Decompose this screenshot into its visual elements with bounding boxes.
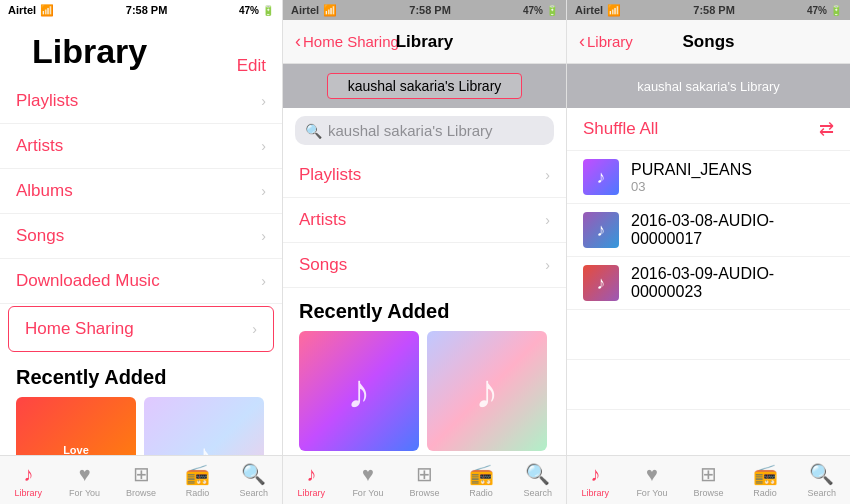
album-art-90s: ♪ bbox=[299, 331, 419, 451]
song-note-2: ♪ bbox=[597, 220, 606, 241]
library-nav-list: Playlists › Artists › Albums › Songs › D… bbox=[0, 79, 282, 455]
song-info-1: PURANI_JEANS 03 bbox=[631, 161, 834, 194]
search-placeholder-2: kaushal sakaria's Library bbox=[328, 122, 493, 139]
song-icon-box-3: ♪ bbox=[583, 265, 619, 301]
artists-label: Artists bbox=[16, 136, 63, 156]
library-header-label-2: kaushal sakaria's Library bbox=[327, 73, 523, 99]
tab-search-1[interactable]: 🔍 Search bbox=[226, 462, 282, 498]
tab-browse-1[interactable]: ⊞ Browse bbox=[113, 462, 169, 498]
battery-1: 47% bbox=[239, 5, 259, 16]
songs-label: Songs bbox=[16, 226, 64, 246]
time-2: 7:58 PM bbox=[409, 4, 451, 16]
songs-list: ♪ PURANI_JEANS 03 ♪ 2016-03-08-AUDIO-000… bbox=[567, 151, 850, 455]
status-left-2: Airtel 📶 bbox=[291, 4, 337, 17]
tab-library-3[interactable]: ♪ Library bbox=[567, 463, 624, 498]
nav-item-albums[interactable]: Albums › bbox=[0, 169, 282, 214]
time-1: 7:58 PM bbox=[126, 4, 168, 16]
album-90s[interactable]: ♪ 90s Music Playlist bbox=[299, 331, 419, 455]
tab-radio-3[interactable]: 📻 Radio bbox=[737, 462, 794, 498]
tab-library-2[interactable]: ♪ Library bbox=[283, 463, 340, 498]
radio-icon-3: 📻 bbox=[753, 462, 778, 486]
radio-icon-2: 📻 bbox=[469, 462, 494, 486]
p2-nav-artists[interactable]: Artists › bbox=[283, 198, 566, 243]
radio-tab-label-3: Radio bbox=[753, 488, 777, 498]
song-icon-box-2: ♪ bbox=[583, 212, 619, 248]
edit-button[interactable]: Edit bbox=[237, 56, 266, 76]
tab-foryou-3[interactable]: ♥ For You bbox=[624, 463, 681, 498]
p2-artists-label: Artists bbox=[299, 210, 346, 230]
nav-item-playlists[interactable]: Playlists › bbox=[0, 79, 282, 124]
song-row-3[interactable]: ♪ 2016-03-09-AUDIO-00000023 bbox=[567, 257, 850, 310]
tab-search-3[interactable]: 🔍 Search bbox=[793, 462, 850, 498]
nav-bar-3: ‹ Library Songs bbox=[567, 20, 850, 64]
wifi-icon-1: 📶 bbox=[40, 4, 54, 17]
search-tab-label-2: Search bbox=[523, 488, 552, 498]
back-button-3[interactable]: ‹ Library bbox=[579, 31, 633, 52]
chevron-downloaded: › bbox=[261, 273, 266, 289]
browse-icon-2: ⊞ bbox=[416, 462, 433, 486]
song-info-2: 2016-03-08-AUDIO-00000017 bbox=[631, 212, 834, 248]
tab-search-2[interactable]: 🔍 Search bbox=[509, 462, 566, 498]
nav-item-artists[interactable]: Artists › bbox=[0, 124, 282, 169]
song-row-1[interactable]: ♪ PURANI_JEANS 03 bbox=[567, 151, 850, 204]
wifi-icon-2: 📶 bbox=[323, 4, 337, 17]
time-3: 7:58 PM bbox=[693, 4, 735, 16]
library-icon-1: ♪ bbox=[23, 463, 33, 486]
tab-bar-1: ♪ Library ♥ For You ⊞ Browse 📻 Radio 🔍 S… bbox=[0, 455, 282, 504]
library-header-bar-2: kaushal sakaria's Library bbox=[283, 64, 566, 108]
tab-foryou-1[interactable]: ♥ For You bbox=[56, 463, 112, 498]
nav-title-3: Songs bbox=[683, 32, 735, 52]
song-title-2: 2016-03-08-AUDIO-00000017 bbox=[631, 212, 834, 248]
library-header-area: Library Edit bbox=[0, 20, 282, 79]
back-button-2[interactable]: ‹ Home Sharing bbox=[295, 31, 399, 52]
foryou-icon-3: ♥ bbox=[646, 463, 658, 486]
p3-header: kaushal sakaria's Library bbox=[567, 64, 850, 108]
tab-browse-3[interactable]: ⊞ Browse bbox=[680, 462, 737, 498]
home-sharing-label: Home Sharing bbox=[25, 319, 134, 339]
album2-art: ♪ bbox=[144, 397, 264, 455]
library-title: Library bbox=[16, 28, 163, 79]
song-icon-box-1: ♪ bbox=[583, 159, 619, 195]
panel-library: Airtel 📶 7:58 PM 47% 🔋 Library Edit Play… bbox=[0, 0, 283, 504]
nav-title-2: Library bbox=[396, 32, 454, 52]
p2-playlists-label: Playlists bbox=[299, 165, 361, 185]
p2-nav-songs[interactable]: Songs › bbox=[283, 243, 566, 288]
recently-added-row-2: ♪ 90s Music Playlist ♪ Classical Music P… bbox=[283, 331, 566, 455]
back-label-2: Home Sharing bbox=[303, 33, 399, 50]
nav-item-songs[interactable]: Songs › bbox=[0, 214, 282, 259]
song-info-3: 2016-03-09-AUDIO-00000023 bbox=[631, 265, 834, 301]
chevron-artists: › bbox=[261, 138, 266, 154]
tab-browse-2[interactable]: ⊞ Browse bbox=[396, 462, 453, 498]
nav-item-downloaded[interactable]: Downloaded Music › bbox=[0, 259, 282, 304]
downloaded-label: Downloaded Music bbox=[16, 271, 160, 291]
status-right-2: 47% 🔋 bbox=[523, 5, 558, 16]
library-tab-label-2: Library bbox=[298, 488, 326, 498]
battery-2: 47% bbox=[523, 5, 543, 16]
nav-item-home-sharing[interactable]: Home Sharing › bbox=[8, 306, 274, 352]
album-card-love[interactable]: Loveis Life bbox=[16, 397, 136, 455]
album-card-2[interactable]: ♪ bbox=[144, 397, 264, 455]
library-tab-label-1: Library bbox=[14, 488, 42, 498]
tab-radio-1[interactable]: 📻 Radio bbox=[169, 462, 225, 498]
carrier-2: Airtel bbox=[291, 4, 319, 16]
search-bar-2[interactable]: 🔍 kaushal sakaria's Library bbox=[295, 116, 554, 145]
shuffle-label: Shuffle All bbox=[583, 119, 658, 139]
tab-foryou-2[interactable]: ♥ For You bbox=[340, 463, 397, 498]
tab-radio-2[interactable]: 📻 Radio bbox=[453, 462, 510, 498]
album-classical[interactable]: ♪ Classical Music Playlist bbox=[427, 331, 547, 455]
carrier-3: Airtel bbox=[575, 4, 603, 16]
p2-songs-label: Songs bbox=[299, 255, 347, 275]
p2-chevron-songs: › bbox=[545, 257, 550, 273]
status-right-3: 47% 🔋 bbox=[807, 5, 842, 16]
chevron-playlists: › bbox=[261, 93, 266, 109]
album2-note-icon: ♪ bbox=[195, 436, 213, 455]
shuffle-row[interactable]: Shuffle All ⇄ bbox=[567, 108, 850, 151]
status-left-1: Airtel 📶 bbox=[8, 4, 54, 17]
search-tab-label-3: Search bbox=[807, 488, 836, 498]
p2-nav-playlists[interactable]: Playlists › bbox=[283, 153, 566, 198]
chevron-home-sharing: › bbox=[252, 321, 257, 337]
song-row-2[interactable]: ♪ 2016-03-08-AUDIO-00000017 bbox=[567, 204, 850, 257]
tab-library-1[interactable]: ♪ Library bbox=[0, 463, 56, 498]
song-note-1: ♪ bbox=[597, 167, 606, 188]
shuffle-icon: ⇄ bbox=[819, 118, 834, 140]
